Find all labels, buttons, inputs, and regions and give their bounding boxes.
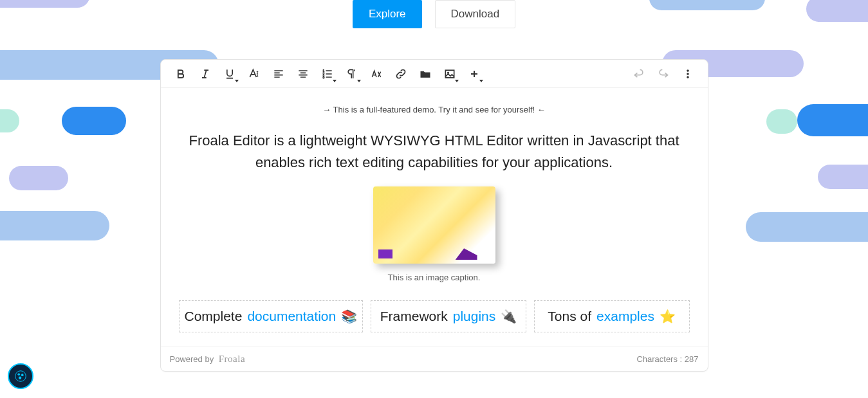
svg-point-14 <box>19 377 21 379</box>
accessibility-fab[interactable] <box>8 363 33 389</box>
link-button[interactable] <box>389 62 413 86</box>
svg-point-8 <box>687 69 688 71</box>
palette-icon <box>14 369 28 383</box>
char-label: Characters : <box>636 354 684 364</box>
more-rich-button[interactable] <box>462 62 486 86</box>
svg-point-0 <box>257 75 258 77</box>
brand-name[interactable]: Froala <box>219 354 245 364</box>
bold-button[interactable] <box>169 62 193 86</box>
align-center-button[interactable] <box>291 62 315 86</box>
explore-button[interactable]: Explore <box>353 0 422 28</box>
hero-buttons: Explore Download <box>0 0 868 28</box>
ordered-list-button[interactable]: 123 <box>315 62 340 86</box>
books-icon: 📚 <box>341 309 357 324</box>
editor-toolbar: 123 <box>161 60 708 88</box>
tile-prefix: Complete <box>185 309 243 324</box>
svg-point-1 <box>257 73 258 75</box>
editor-image[interactable] <box>373 186 495 264</box>
tile-examples: Tons of examples ⭐ <box>534 300 690 332</box>
image-button[interactable] <box>438 62 462 86</box>
math-button[interactable] <box>364 62 389 86</box>
file-button[interactable] <box>413 62 438 86</box>
svg-point-12 <box>17 373 20 375</box>
undo-button[interactable] <box>627 62 651 86</box>
editor-content[interactable]: → This is a full-featured demo. Try it a… <box>161 88 708 347</box>
demo-tagline: → This is a full-featured demo. Try it a… <box>170 105 699 114</box>
tile-link-examples[interactable]: examples <box>596 309 654 324</box>
powered-by-label: Powered by <box>170 354 214 364</box>
lead-paragraph: Froala Editor is a lightweight WYSIWYG H… <box>188 130 681 174</box>
star-icon: ⭐ <box>660 309 676 324</box>
plug-icon: 🔌 <box>501 309 517 324</box>
tile-plugins: Framework plugins 🔌 <box>371 300 526 332</box>
italic-button[interactable] <box>193 62 217 86</box>
editor-panel: 123 → This is a full-featured demo. Try … <box>160 59 708 372</box>
tile-documentation: Complete documentation 📚 <box>179 300 364 332</box>
image-caption: This is an image caption. <box>373 273 495 282</box>
tile-link-documentation[interactable]: documentation <box>247 309 336 324</box>
svg-rect-6 <box>445 70 454 78</box>
svg-point-13 <box>21 374 24 376</box>
svg-point-9 <box>687 73 688 75</box>
character-counter: Characters : 287 <box>636 354 698 364</box>
svg-point-2 <box>257 71 258 72</box>
svg-point-10 <box>687 76 688 78</box>
tile-prefix: Tons of <box>548 309 591 324</box>
align-left-button[interactable] <box>266 62 291 86</box>
feature-tiles: Complete documentation 📚 Framework plugi… <box>179 300 690 332</box>
font-button[interactable] <box>242 62 266 86</box>
editor-figure: This is an image caption. <box>373 186 495 282</box>
download-button[interactable]: Download <box>435 0 516 28</box>
powered-by: Powered by Froala <box>170 354 246 365</box>
tile-link-plugins[interactable]: plugins <box>453 309 496 324</box>
editor-statusbar: Powered by Froala Characters : 287 <box>161 347 708 371</box>
paragraph-button[interactable] <box>340 62 364 86</box>
svg-text:3: 3 <box>322 75 324 78</box>
svg-point-11 <box>15 371 26 382</box>
tile-prefix: Framework <box>380 309 448 324</box>
redo-button[interactable] <box>651 62 676 86</box>
underline-button[interactable] <box>217 62 242 86</box>
char-count: 287 <box>685 354 699 364</box>
more-options-button[interactable] <box>676 62 700 86</box>
